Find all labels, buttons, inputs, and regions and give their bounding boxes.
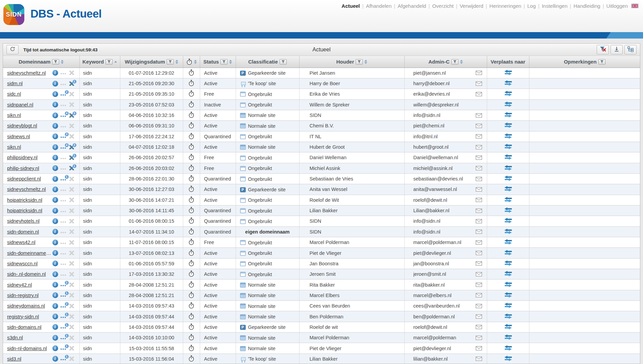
delete-icon[interactable] xyxy=(69,282,74,288)
mail-icon[interactable] xyxy=(476,145,482,149)
info-icon[interactable]: i xyxy=(52,324,58,330)
info-icon[interactable]: i xyxy=(52,240,58,245)
mail-icon[interactable] xyxy=(476,177,482,181)
notes-icon[interactable] xyxy=(61,261,67,266)
mail-icon[interactable] xyxy=(476,251,482,255)
notes-icon[interactable]: 3 xyxy=(61,134,67,139)
info-icon[interactable]: i xyxy=(52,144,58,150)
nav-item-herinneringen[interactable]: Herinneringen xyxy=(490,3,521,9)
move-icon[interactable] xyxy=(503,70,513,75)
delete-icon[interactable] xyxy=(69,271,74,277)
notes-icon[interactable]: 2 xyxy=(61,282,67,288)
tree-view-button[interactable] xyxy=(624,45,637,54)
domain-link[interactable]: sidnews42.nl xyxy=(7,240,52,245)
mail-icon[interactable] xyxy=(476,304,482,308)
move-icon[interactable] xyxy=(503,313,513,319)
sort-icon[interactable] xyxy=(194,60,197,64)
move-icon[interactable] xyxy=(503,186,513,192)
notes-icon[interactable]: 2 xyxy=(61,303,67,309)
info-icon[interactable]: i xyxy=(52,102,58,107)
domain-link[interactable]: s3dn.nl xyxy=(7,335,52,340)
stopwatch-icon[interactable] xyxy=(188,355,194,362)
nav-item-instellingen[interactable]: Instellingen xyxy=(542,3,568,9)
domain-link[interactable]: registry-sidn.nl xyxy=(7,314,52,319)
info-icon[interactable]: i xyxy=(52,335,58,341)
domain-link[interactable]: sikn.nl xyxy=(7,144,52,150)
sort-icon[interactable] xyxy=(364,60,367,64)
stopwatch-icon[interactable] xyxy=(188,101,194,107)
domain-link[interactable]: sidneyschmeltz.nl xyxy=(7,187,52,192)
move-icon[interactable] xyxy=(503,345,513,351)
move-icon[interactable] xyxy=(503,218,513,223)
filter-icon[interactable] xyxy=(52,59,59,65)
mail-icon[interactable] xyxy=(476,219,482,223)
info-icon[interactable]: i xyxy=(52,218,58,224)
move-icon[interactable] xyxy=(503,334,513,340)
nav-item-uitloggen[interactable]: Uitloggen xyxy=(606,3,628,9)
domain-link[interactable]: sidney42.nl xyxy=(7,282,52,288)
nav-item-verwijderd[interactable]: Verwijderd xyxy=(460,3,483,9)
info-icon[interactable]: i xyxy=(52,303,58,309)
domain-link[interactable]: sidn-nl-domains.nl xyxy=(7,346,52,351)
col-header-timer[interactable] xyxy=(183,56,200,68)
mail-icon[interactable] xyxy=(476,325,482,329)
domain-link[interactable]: sidn-.nl-domein.nl xyxy=(7,271,52,277)
stopwatch-icon[interactable] xyxy=(188,143,194,150)
mail-icon[interactable] xyxy=(476,283,482,287)
info-icon[interactable]: i xyxy=(52,250,58,256)
delete-icon[interactable] xyxy=(69,176,74,182)
mail-icon[interactable] xyxy=(476,357,482,361)
notes-icon[interactable] xyxy=(61,187,67,192)
delete-icon[interactable]: 3 xyxy=(69,144,74,150)
domain-link[interactable]: sidc.nl xyxy=(7,91,52,97)
mail-icon[interactable] xyxy=(476,240,482,245)
domain-link[interactable]: sikn.nl xyxy=(7,113,52,118)
move-icon[interactable] xyxy=(503,80,513,86)
move-icon[interactable] xyxy=(503,356,513,361)
domain-link[interactable]: sidneyhotels.nl xyxy=(7,218,52,224)
move-icon[interactable] xyxy=(503,292,513,298)
move-icon[interactable] xyxy=(503,122,513,128)
nav-item-afgehandeld[interactable]: Afgehandeld xyxy=(398,3,426,9)
domain-link[interactable]: sidneyschmeltz.nl xyxy=(7,70,52,76)
clear-filter-button[interactable] xyxy=(597,45,609,54)
notes-icon[interactable] xyxy=(61,165,67,171)
delete-icon[interactable] xyxy=(69,134,74,139)
notes-icon[interactable] xyxy=(61,70,67,76)
mail-icon[interactable] xyxy=(476,261,482,266)
stopwatch-icon[interactable] xyxy=(188,133,194,139)
stopwatch-icon[interactable] xyxy=(188,154,194,160)
nav-item-log[interactable]: Log xyxy=(527,3,536,9)
col-header-admin-c[interactable]: Admin-C xyxy=(404,56,487,68)
move-icon[interactable] xyxy=(503,144,513,149)
info-icon[interactable]: i xyxy=(52,134,58,139)
info-icon[interactable]: i xyxy=(52,356,58,362)
delete-icon[interactable] xyxy=(69,91,74,97)
notes-icon[interactable] xyxy=(61,240,67,245)
col-header-keyword[interactable]: Keyword xyxy=(79,56,120,68)
notes-icon[interactable]: 1 xyxy=(61,314,67,319)
delete-icon[interactable] xyxy=(69,356,74,362)
filter-icon[interactable] xyxy=(451,59,458,65)
delete-icon[interactable] xyxy=(69,187,74,192)
delete-icon[interactable] xyxy=(69,123,74,129)
domain-link[interactable]: sidn-domeinnamen.nl xyxy=(7,250,52,256)
filter-icon[interactable] xyxy=(220,59,228,65)
move-icon[interactable] xyxy=(503,282,513,287)
nav-item-overzicht[interactable]: Overzicht xyxy=(432,3,453,9)
mail-icon[interactable] xyxy=(476,336,482,340)
notes-icon[interactable]: 1 xyxy=(61,356,67,362)
notes-icon[interactable] xyxy=(61,218,67,224)
notes-icon[interactable] xyxy=(61,229,67,235)
delete-icon[interactable] xyxy=(69,335,74,341)
notes-icon[interactable]: 1 xyxy=(61,324,67,330)
filter-icon[interactable] xyxy=(598,59,605,65)
col-header-houder[interactable]: Houder xyxy=(299,56,404,68)
nav-item-afhandelen[interactable]: Afhandelen xyxy=(366,3,391,9)
info-icon[interactable]: i xyxy=(52,314,58,319)
notes-icon[interactable] xyxy=(61,81,67,87)
info-icon[interactable]: i xyxy=(52,345,58,351)
filter-icon[interactable] xyxy=(167,59,174,65)
mail-icon[interactable] xyxy=(476,71,482,75)
mail-icon[interactable] xyxy=(476,198,482,202)
